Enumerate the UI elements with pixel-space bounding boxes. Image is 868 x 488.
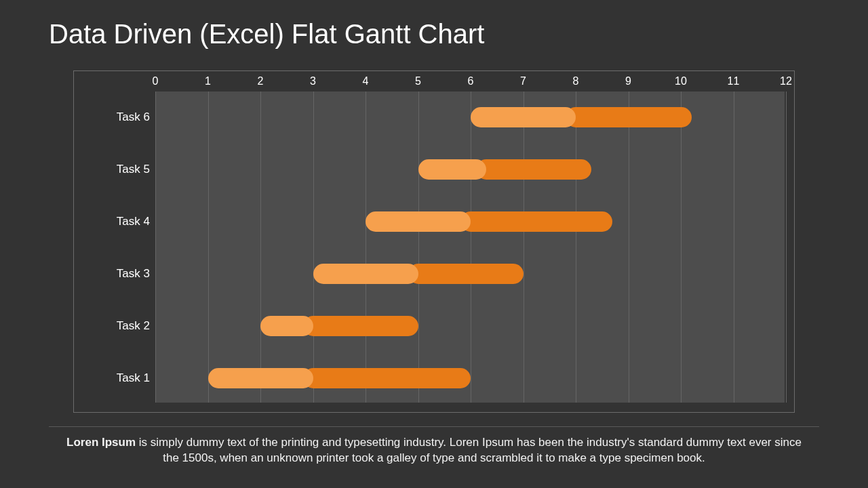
grid-line bbox=[418, 92, 419, 403]
gantt-bar bbox=[155, 211, 785, 232]
grid-line bbox=[576, 92, 576, 403]
gantt-bar-segment1 bbox=[260, 316, 313, 336]
x-tick-label: 12 bbox=[780, 75, 792, 87]
y-tick-label: Task 4 bbox=[74, 215, 150, 228]
grid-line bbox=[208, 92, 209, 403]
y-tick-label: Task 5 bbox=[74, 163, 150, 176]
x-tick-label: 10 bbox=[675, 75, 687, 87]
grid-line bbox=[260, 92, 261, 403]
gantt-bar-segment2 bbox=[476, 159, 591, 180]
gantt-bar-segment1 bbox=[313, 264, 418, 284]
gantt-bar bbox=[155, 107, 785, 127]
x-tick-label: 0 bbox=[153, 75, 159, 87]
grid-line bbox=[313, 92, 314, 403]
grid-line bbox=[786, 92, 787, 403]
grid-line bbox=[734, 92, 734, 403]
x-tick-label: 7 bbox=[520, 75, 526, 87]
gantt-bar bbox=[155, 316, 785, 336]
footer-bold: Loren Ipsum bbox=[66, 436, 136, 449]
x-tick-label: 1 bbox=[205, 75, 211, 87]
x-tick-label: 3 bbox=[310, 75, 316, 87]
x-tick-label: 4 bbox=[363, 75, 369, 87]
x-tick-label: 2 bbox=[258, 75, 264, 87]
grid-line bbox=[524, 92, 524, 403]
x-tick-label: 9 bbox=[625, 75, 631, 87]
gantt-bar bbox=[155, 264, 785, 284]
footer-text: Loren Ipsum is simply dummy text of the … bbox=[65, 435, 803, 466]
grid-line bbox=[629, 92, 629, 403]
y-tick-label: Task 1 bbox=[74, 371, 150, 385]
x-tick-label: 8 bbox=[573, 75, 579, 87]
gantt-bar-segment1 bbox=[471, 107, 576, 127]
gantt-bar-segment1 bbox=[418, 159, 487, 180]
grid-line bbox=[471, 92, 471, 403]
page-title: Data Driven (Excel) Flat Gantt Chart bbox=[49, 19, 484, 49]
plot-area bbox=[155, 92, 785, 403]
x-tick-label: 11 bbox=[728, 75, 740, 87]
gantt-bar bbox=[155, 159, 785, 180]
x-tick-label: 6 bbox=[468, 75, 474, 87]
gantt-bar bbox=[155, 368, 785, 388]
y-tick-label: Task 2 bbox=[74, 319, 150, 333]
gantt-bar-segment2 bbox=[303, 316, 418, 336]
gantt-bar-segment1 bbox=[366, 211, 471, 232]
grid-line bbox=[681, 92, 682, 403]
y-tick-label: Task 3 bbox=[74, 267, 150, 281]
y-tick-label: Task 6 bbox=[74, 110, 150, 124]
footer-divider bbox=[49, 426, 819, 427]
x-tick-label: 5 bbox=[415, 75, 421, 87]
gantt-bar-segment2 bbox=[566, 107, 692, 127]
gantt-bar-segment1 bbox=[208, 368, 313, 388]
gantt-bar-segment2 bbox=[303, 368, 471, 388]
grid-line bbox=[155, 92, 156, 403]
footer-body: is simply dummy text of the printing and… bbox=[136, 436, 802, 464]
gantt-bar-segment2 bbox=[460, 211, 612, 232]
gantt-chart: 0123456789101112Task 6Task 5Task 4Task 3… bbox=[73, 70, 795, 413]
gantt-bar-segment2 bbox=[408, 264, 524, 284]
grid-line bbox=[366, 92, 366, 403]
